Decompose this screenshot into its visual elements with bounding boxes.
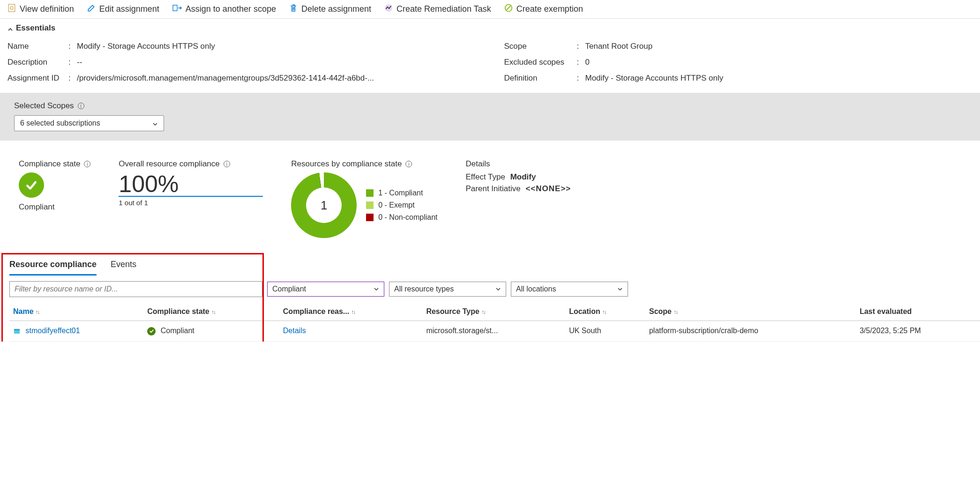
pencil-icon	[87, 4, 96, 15]
row-last-evaluated: 3/5/2023, 5:25 PM	[860, 327, 921, 335]
col-compliance-state[interactable]: Compliance state↑↓	[143, 303, 279, 321]
edit-assignment-label: Edit assignment	[99, 4, 159, 14]
swatch-exempt	[366, 201, 374, 209]
essentials-left: Name : Modify - Storage Accounts HTTPS o…	[7, 38, 476, 86]
sort-icon: ↑↓	[36, 309, 39, 315]
document-icon	[7, 4, 16, 15]
selected-scopes-dropdown[interactable]: 6 selected subscriptions	[14, 115, 164, 131]
location-filter-dropdown[interactable]: All locations	[511, 282, 628, 297]
compliance-filter-dropdown[interactable]: Compliant	[267, 282, 384, 297]
essentials-toggle[interactable]: Essentials	[0, 19, 980, 36]
edit-assignment-button[interactable]: Edit assignment	[87, 4, 159, 15]
svg-rect-2	[173, 5, 177, 11]
row-compliance-state: Compliant	[161, 327, 195, 335]
parent-initiative-label: Parent Initiative	[466, 184, 521, 193]
resources-by-state-block: Resources by compliance state i 1 1 - Co…	[291, 159, 437, 238]
storage-icon	[13, 328, 21, 335]
selected-scopes-section: Selected Scopes i 6 selected subscriptio…	[0, 93, 980, 141]
location-filter-value: All locations	[516, 285, 556, 293]
trash-icon	[289, 4, 298, 15]
resource-type-filter-dropdown[interactable]: All resource types	[389, 282, 506, 297]
remediation-icon	[384, 4, 393, 15]
command-bar: View definition Edit assignment Assign t…	[0, 0, 980, 19]
description-value: --	[77, 58, 82, 67]
chevron-down-icon	[374, 286, 379, 292]
col-scope-label: Scope	[649, 307, 672, 315]
row-compliance-reason[interactable]: Details	[283, 327, 306, 335]
col-compliance-reason-label: Compliance reas...	[283, 307, 349, 315]
col-name-label: Name	[13, 307, 34, 315]
tab-events[interactable]: Events	[111, 257, 136, 276]
sort-icon: ↑↓	[211, 309, 215, 315]
compliance-state-value: Compliant	[19, 202, 90, 212]
excluded-scopes-label: Excluded scopes	[504, 58, 577, 67]
essentials-right: Scope : Tenant Root Group Excluded scope…	[504, 38, 973, 86]
create-remediation-label: Create Remediation Task	[396, 4, 491, 14]
summary-section: Compliance state i Compliant Overall res…	[0, 141, 980, 252]
info-icon[interactable]: i	[78, 103, 84, 109]
assignment-id-value: /providers/microsoft.management/manageme…	[77, 74, 374, 83]
info-icon[interactable]: i	[84, 161, 90, 167]
overall-compliance-percent: 100%	[119, 172, 263, 197]
assign-scope-label: Assign to another scope	[186, 4, 276, 14]
row-name[interactable]: stmodifyeffect01	[25, 327, 80, 335]
tabs: Resource compliance Events	[0, 257, 980, 276]
details-title: Details	[466, 159, 490, 169]
table-row[interactable]: stmodifyeffect01 Compliant Details micro…	[9, 321, 980, 342]
sort-icon: ↑↓	[351, 309, 355, 315]
compliant-check-icon	[19, 172, 44, 198]
chevron-down-icon	[617, 286, 623, 292]
filter-resource-input[interactable]	[9, 281, 262, 297]
legend-compliant: 1 - Compliant	[378, 189, 423, 197]
info-icon[interactable]: i	[224, 161, 230, 167]
name-value: Modify - Storage Accounts HTTPS only	[77, 42, 215, 51]
assignment-id-label: Assignment ID	[7, 74, 68, 83]
overall-compliance-outof: 1 out of 1	[119, 199, 263, 207]
col-resource-type[interactable]: Resource Type↑↓	[422, 303, 565, 321]
chevron-down-icon	[152, 120, 158, 126]
col-location-label: Location	[569, 307, 600, 315]
col-scope[interactable]: Scope↑↓	[645, 303, 856, 321]
donut-center-value: 1	[321, 198, 327, 213]
compliance-state-title: Compliance state	[19, 159, 80, 169]
svg-point-1	[10, 7, 13, 9]
scope-value: Tenant Root Group	[585, 42, 653, 51]
col-last-evaluated-label: Last evaluated	[860, 307, 912, 315]
details-block: Details Effect Type Modify Parent Initia…	[466, 159, 571, 196]
delete-assignment-button[interactable]: Delete assignment	[289, 4, 371, 15]
col-location[interactable]: Location↑↓	[565, 303, 645, 321]
svg-line-5	[506, 6, 510, 10]
create-remediation-button[interactable]: Create Remediation Task	[384, 4, 491, 15]
definition-value: Modify - Storage Accounts HTTPS only	[585, 74, 724, 83]
resources-by-state-title: Resources by compliance state	[291, 159, 402, 169]
resource-compliance-table: Name↑↓ Compliance state↑↓ Compliance rea…	[9, 303, 980, 342]
row-location: UK South	[569, 327, 601, 335]
create-exemption-label: Create exemption	[516, 4, 583, 14]
assign-scope-button[interactable]: Assign to another scope	[172, 4, 276, 15]
compliance-state-block: Compliance state i Compliant	[19, 159, 90, 212]
essentials-section: Name : Modify - Storage Accounts HTTPS o…	[0, 36, 980, 93]
info-icon[interactable]: i	[405, 161, 412, 167]
chevron-down-icon	[495, 286, 501, 292]
legend-exempt: 0 - Exempt	[378, 201, 414, 209]
donut-chart: 1	[291, 172, 357, 238]
parent-initiative-value: <<NONE>>	[525, 184, 571, 193]
sort-icon: ↑↓	[673, 309, 677, 315]
donut-legend: 1 - Compliant 0 - Exempt 0 - Non-complia…	[366, 185, 437, 225]
col-name[interactable]: Name↑↓	[9, 303, 143, 321]
svg-rect-0	[8, 4, 15, 12]
description-label: Description	[7, 58, 68, 67]
row-scope: platform-subscription/cralb-demo	[649, 327, 758, 335]
col-last-evaluated[interactable]: Last evaluated	[856, 303, 980, 321]
excluded-scopes-value: 0	[585, 58, 590, 67]
view-definition-button[interactable]: View definition	[7, 4, 74, 15]
tab-resource-compliance[interactable]: Resource compliance	[9, 257, 97, 276]
create-exemption-button[interactable]: Create exemption	[504, 4, 583, 15]
selected-scopes-label: Selected Scopes	[14, 101, 74, 111]
overall-compliance-title: Overall resource compliance	[119, 159, 219, 169]
chevron-up-icon	[7, 25, 13, 31]
overall-compliance-block: Overall resource compliance i 100% 1 out…	[119, 159, 263, 207]
legend-noncompliant: 0 - Non-compliant	[378, 213, 437, 222]
col-compliance-reason[interactable]: Compliance reas...↑↓	[279, 303, 423, 321]
essentials-title: Essentials	[16, 23, 55, 33]
